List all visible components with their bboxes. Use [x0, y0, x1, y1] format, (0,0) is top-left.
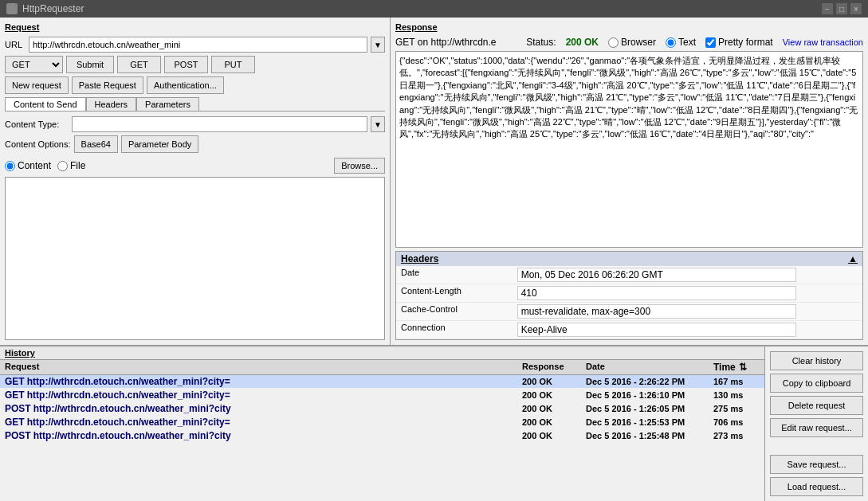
method-select[interactable]: GET POST PUT DELETE	[5, 56, 63, 73]
history-response-cell: 200 OK	[517, 431, 581, 440]
authentication-button[interactable]: Authentication...	[147, 76, 224, 94]
clear-history-button[interactable]: Clear history	[770, 351, 863, 370]
response-get-on: GET on http://wthrcdn.e	[395, 37, 497, 48]
tab-parameters[interactable]: Parameters	[136, 97, 199, 111]
header-value-input[interactable]	[517, 304, 796, 319]
file-radio-label[interactable]: File	[57, 160, 85, 171]
response-status-label: Status:	[526, 37, 556, 48]
maximize-button[interactable]: □	[836, 3, 847, 14]
headers-title: Headers	[401, 253, 438, 264]
load-request-button[interactable]: Load request...	[770, 477, 863, 496]
history-col-response-header: Response	[517, 362, 581, 373]
history-col-date-header: Date	[581, 362, 709, 373]
base64-button[interactable]: Base64	[74, 135, 118, 153]
top-section: Request URL ▼ GET POST PUT DELETE Submit…	[0, 18, 868, 346]
header-name: Connection	[396, 321, 513, 339]
put-button[interactable]: PUT	[211, 56, 255, 73]
history-url: http://wthrcdn.etouch.cn/weather_mini?ci…	[33, 430, 231, 441]
parameter-body-button[interactable]: Parameter Body	[121, 135, 198, 153]
header-row: Connection	[396, 321, 862, 339]
edit-raw-request-button[interactable]: Edit raw request...	[770, 418, 863, 437]
copy-to-clipboard-button[interactable]: Copy to clipboard	[770, 374, 863, 393]
tab-content-to-send[interactable]: Content to Send	[5, 97, 86, 111]
main-container: Request URL ▼ GET POST PUT DELETE Submit…	[0, 18, 868, 501]
bottom-section: History Request Response Date Time ⇅ GET…	[0, 346, 868, 501]
pretty-format-label[interactable]: Pretty format	[705, 37, 773, 48]
get-button[interactable]: GET	[117, 56, 161, 73]
history-time-cell: 130 ms	[709, 390, 764, 400]
headers-collapse-icon[interactable]: ▲	[848, 253, 858, 264]
app-icon	[6, 3, 18, 14]
post-button[interactable]: POST	[164, 56, 208, 73]
content-options-row: Content Options: Base64 Parameter Body	[5, 135, 385, 153]
history-time-cell: 273 ms	[709, 431, 764, 440]
header-value-cell	[513, 303, 862, 321]
url-input[interactable]	[29, 37, 367, 53]
history-url: http://wthrcdn.etouch.cn/weather_mini?ci…	[33, 403, 231, 414]
file-radio[interactable]	[57, 161, 68, 171]
button-gap	[770, 440, 863, 452]
headers-table: Date Content-Length Cache-Control Connec…	[396, 266, 862, 339]
request-tabs: Content to Send Headers Parameters	[5, 97, 385, 112]
request-action-row: New request Paste Request Authentication…	[5, 76, 385, 94]
history-row[interactable]: POST http://wthrcdn.etouch.cn/weather_mi…	[0, 402, 764, 416]
history-col-request-header: Request	[0, 362, 517, 373]
history-url: http://wthrcdn.etouch.cn/weather_mini?ci…	[27, 417, 230, 428]
history-date-cell: Dec 5 2016 - 1:26:05 PM	[581, 404, 709, 413]
header-value-input[interactable]	[517, 286, 796, 300]
history-method: GET	[5, 417, 25, 428]
url-label: URL	[5, 40, 26, 49]
delete-request-button[interactable]: Delete request	[770, 396, 863, 415]
history-sort-icon[interactable]: ⇅	[739, 362, 747, 373]
browser-radio-label[interactable]: Browser	[608, 37, 656, 48]
submit-button[interactable]: Submit	[66, 56, 114, 73]
header-value-cell	[513, 321, 862, 339]
paste-request-button[interactable]: Paste Request	[72, 76, 143, 94]
history-right-buttons: Clear history Copy to clipboard Delete r…	[764, 346, 868, 501]
content-type-dropdown[interactable]: ▼	[371, 116, 385, 132]
history-time-cell: 167 ms	[709, 377, 764, 386]
new-request-button[interactable]: New request	[5, 76, 69, 94]
minimize-button[interactable]: −	[822, 3, 833, 14]
content-radio-label[interactable]: Content	[5, 160, 51, 171]
pretty-format-checkbox[interactable]	[705, 37, 716, 48]
browse-button[interactable]: Browse...	[334, 158, 385, 174]
history-request-cell: GET http://wthrcdn.etouch.cn/weather_min…	[0, 389, 517, 401]
history-row[interactable]: GET http://wthrcdn.etouch.cn/weather_min…	[0, 389, 764, 402]
history-rows-container: GET http://wthrcdn.etouch.cn/weather_min…	[0, 375, 764, 501]
content-type-row: Content Type: ▼	[5, 116, 385, 132]
tab-headers[interactable]: Headers	[86, 97, 137, 111]
title-bar: HttpRequester − □ ×	[0, 0, 868, 18]
history-row[interactable]: POST http://wthrcdn.etouch.cn/weather_mi…	[0, 429, 764, 443]
history-method: POST	[5, 403, 31, 414]
close-button[interactable]: ×	[850, 3, 862, 14]
request-title: Request	[5, 22, 385, 32]
header-value-input[interactable]	[517, 268, 796, 282]
text-radio-label[interactable]: Text	[666, 37, 696, 48]
browser-radio[interactable]	[608, 37, 619, 48]
response-title: Response	[395, 22, 863, 32]
history-response-cell: 200 OK	[517, 377, 581, 386]
history-response-cell: 200 OK	[517, 404, 581, 413]
content-type-label: Content Type:	[5, 119, 69, 129]
response-meta: GET on http://wthrcdn.e	[395, 37, 497, 48]
header-value-input[interactable]	[517, 323, 796, 337]
response-header-row: GET on http://wthrcdn.e Status: 200 OK B…	[395, 37, 863, 48]
history-url: http://wthrcdn.etouch.cn/weather_mini?ci…	[27, 389, 230, 401]
content-type-input[interactable]	[72, 116, 367, 132]
history-time-cell: 275 ms	[709, 404, 764, 413]
content-textarea[interactable]	[5, 177, 385, 340]
view-raw-link[interactable]: View raw transaction	[783, 37, 863, 47]
history-title: History	[0, 346, 764, 360]
save-request-button[interactable]: Save request...	[770, 455, 863, 474]
text-radio[interactable]	[666, 37, 676, 48]
history-method: GET	[5, 389, 25, 401]
response-panel: Response GET on http://wthrcdn.e Status:…	[391, 18, 868, 345]
history-row[interactable]: GET http://wthrcdn.etouch.cn/weather_min…	[0, 416, 764, 429]
history-row[interactable]: GET http://wthrcdn.etouch.cn/weather_min…	[0, 375, 764, 389]
history-method: GET	[5, 376, 25, 387]
content-radio[interactable]	[5, 161, 15, 171]
url-dropdown-button[interactable]: ▼	[371, 37, 385, 53]
header-row: Date	[396, 266, 862, 284]
header-row: Cache-Control	[396, 303, 862, 321]
